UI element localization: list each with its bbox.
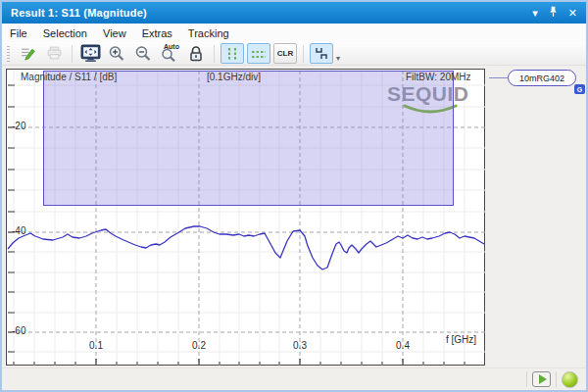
bottom-separator xyxy=(526,371,527,387)
toolbar-separator xyxy=(214,45,215,63)
fit-view-icon[interactable] xyxy=(78,43,102,64)
plot-header-center: [0.1GHz/div] xyxy=(207,72,261,82)
x-axis-label: f [GHz] xyxy=(446,334,476,345)
x-tick-label: 0.2 xyxy=(184,340,214,351)
menu-bar: File Selection View Extras Tracking xyxy=(2,24,586,42)
y-tick-label: -40 xyxy=(12,225,33,236)
toolbar: Auto CLR ▾ xyxy=(2,42,586,66)
toolbar-separator xyxy=(303,45,304,63)
toolbar-grip[interactable] xyxy=(7,46,10,62)
plot-area[interactable]: SEQUID Magnitude / S11 / [dB] [0.1GHz/di… xyxy=(6,69,485,366)
window-title: Result 1: S11 (Magnitude) xyxy=(2,7,147,19)
lock-icon[interactable] xyxy=(184,43,208,64)
plot-header-right: FiltBW: 20MHz xyxy=(406,72,471,82)
menu-view[interactable]: View xyxy=(95,25,134,41)
print-disabled-icon xyxy=(42,43,66,64)
x-tick-label: 0.4 xyxy=(388,340,417,351)
chevron-down-icon[interactable]: ▾ xyxy=(532,8,538,19)
plot-header-left: Magnitude / S11 / [dB] xyxy=(21,72,117,82)
play-icon xyxy=(539,374,547,384)
zoom-selection-rectangle[interactable] xyxy=(43,71,454,206)
vertical-gridlines-toggle[interactable] xyxy=(220,43,244,64)
app-window: Result 1: S11 (Magnitude) ▾ ✕ File Selec… xyxy=(0,0,588,392)
bottom-bar xyxy=(2,368,586,390)
menu-selection[interactable]: Selection xyxy=(35,25,95,41)
clear-button[interactable]: CLR xyxy=(273,43,297,64)
toolbar-overflow-icon[interactable]: ▾ xyxy=(336,54,340,63)
gates-toggle[interactable] xyxy=(310,43,333,64)
menu-extras[interactable]: Extras xyxy=(134,25,180,41)
x-tick-label: 0.3 xyxy=(285,340,315,351)
close-icon[interactable]: ✕ xyxy=(568,8,577,19)
auto-zoom-icon[interactable]: Auto xyxy=(158,43,181,64)
trace-tab-badge: G xyxy=(574,84,585,94)
edit-selection-icon[interactable] xyxy=(16,43,39,64)
title-bar[interactable]: Result 1: S11 (Magnitude) ▾ ✕ xyxy=(2,2,586,24)
menu-file[interactable]: File xyxy=(2,25,35,41)
horizontal-gridlines-toggle[interactable] xyxy=(247,43,270,64)
x-tick-label: 0.1 xyxy=(81,340,111,351)
auto-zoom-label: Auto xyxy=(164,43,179,50)
play-button[interactable] xyxy=(532,371,551,387)
pin-icon[interactable] xyxy=(549,6,558,20)
toolbar-separator xyxy=(72,45,73,63)
y-tick-label: -60 xyxy=(12,325,33,336)
zoom-out-icon[interactable] xyxy=(131,43,155,64)
title-controls: ▾ ✕ xyxy=(532,6,586,20)
status-led-icon xyxy=(562,371,578,388)
trace-tab[interactable]: 10mRG402 xyxy=(508,70,576,86)
bottom-separator xyxy=(556,371,557,387)
menu-tracking[interactable]: Tracking xyxy=(180,25,237,41)
zoom-in-icon[interactable] xyxy=(105,43,128,64)
trace-tab-connector xyxy=(489,77,508,78)
y-tick-label: -20 xyxy=(12,121,33,131)
